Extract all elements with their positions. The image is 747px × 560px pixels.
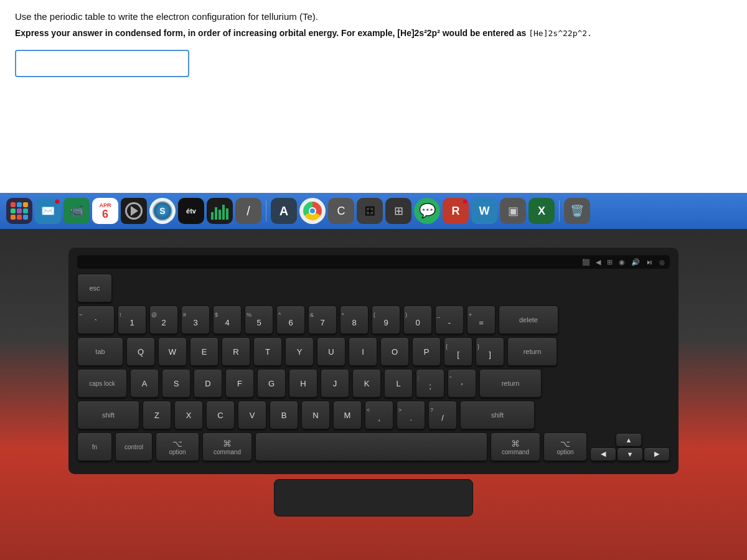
key-quote[interactable]: " ' <box>448 369 476 398</box>
key-caps[interactable]: caps lock <box>77 369 127 398</box>
key-l[interactable]: L <box>384 369 413 398</box>
key-bracket-open[interactable]: { [ <box>444 337 472 366</box>
dock-trash[interactable]: 🗑️ <box>564 198 590 224</box>
key-esc[interactable]: esc <box>77 274 112 302</box>
mail-badge <box>55 199 60 204</box>
key-8[interactable]: * 8 <box>340 306 369 334</box>
dock-app-grid[interactable]: ⊞ <box>385 198 411 224</box>
key-b[interactable]: B <box>270 401 298 429</box>
dock-chrome[interactable] <box>299 198 326 224</box>
dock-pencil[interactable]: / <box>235 198 261 224</box>
key-arrow-down[interactable]: ▼ <box>617 447 643 461</box>
key-arrow-left[interactable]: ◀ <box>590 447 616 461</box>
dock-appletv[interactable]: étv <box>178 198 204 224</box>
dock-app-5[interactable]: ▣ <box>500 198 526 224</box>
key-1[interactable]: ! 1 <box>118 306 146 334</box>
key-v[interactable]: V <box>238 401 266 429</box>
key-row-2: tab Q W E R T Y U I O P { [ } ] return <box>77 337 670 366</box>
key-c[interactable]: C <box>206 401 235 429</box>
key-comma[interactable]: < , <box>365 401 393 429</box>
question-line-1: Use the periodic table to write the elec… <box>15 11 732 22</box>
key-0[interactable]: ) 0 <box>403 306 432 334</box>
dock-quicktime[interactable] <box>121 198 147 224</box>
key-5[interactable]: % 5 <box>245 306 273 334</box>
key-command-right[interactable]: ⌘ command <box>491 432 540 461</box>
key-k[interactable]: K <box>352 369 381 398</box>
key-control[interactable]: control <box>115 432 153 461</box>
key-7[interactable]: & 7 <box>308 306 337 334</box>
key-r[interactable]: R <box>222 337 250 366</box>
key-d[interactable]: D <box>194 369 222 398</box>
key-shift-left[interactable]: shift <box>77 401 139 429</box>
key-t[interactable]: T <box>253 337 282 366</box>
key-x[interactable]: X <box>174 401 203 429</box>
key-w[interactable]: W <box>158 337 187 366</box>
key-6[interactable]: ^ 6 <box>276 306 305 334</box>
trackpad[interactable] <box>274 479 473 516</box>
dock-puzzle[interactable]: ⊞ <box>357 198 383 224</box>
dock-stocks[interactable] <box>207 198 233 224</box>
key-row-1: ~ ` ! 1 @ 2 # 3 $ 4 % 5 <box>77 306 670 334</box>
key-delete[interactable]: delete <box>499 306 558 334</box>
answer-input[interactable] <box>15 50 189 77</box>
dock-separator-1 <box>266 200 266 222</box>
key-z[interactable]: Z <box>143 401 171 429</box>
key-o[interactable]: O <box>380 337 409 366</box>
key-shift-right[interactable]: shift <box>460 401 535 429</box>
arrow-cluster: ▲ ◀ ▼ ▶ <box>590 433 670 461</box>
key-p[interactable]: P <box>412 337 441 366</box>
key-arrow-right[interactable]: ▶ <box>644 447 670 461</box>
key-option-left[interactable]: ⌥ option <box>156 432 199 461</box>
key-slash[interactable]: ? / <box>428 401 457 429</box>
key-u[interactable]: U <box>317 337 345 366</box>
key-equals[interactable]: + = <box>467 306 496 334</box>
dock-launchpad[interactable] <box>6 198 32 224</box>
key-row-5: fn control ⌥ option ⌘ command ⌘ command … <box>77 432 670 461</box>
dock-facetime[interactable]: 📹 <box>63 198 90 224</box>
key-s[interactable]: S <box>162 369 190 398</box>
key-minus[interactable]: _ - <box>435 306 464 334</box>
dock-calendar[interactable]: APR 6 <box>92 198 118 224</box>
touch-bar: ⬛ ◀ ⊞ ◉ 🔊 ⏯ ◎ <box>77 255 670 269</box>
key-q[interactable]: Q <box>126 337 155 366</box>
key-n[interactable]: N <box>301 401 330 429</box>
key-row-3: caps lock A S D F G H J K L : ; " ' retu… <box>77 369 670 398</box>
question-line-2: Express your answer in condensed form, i… <box>15 27 732 40</box>
key-tab[interactable]: tab <box>77 337 123 366</box>
dock-app-a[interactable]: A <box>271 198 297 224</box>
key-backtick[interactable]: ~ ` <box>77 306 115 334</box>
key-m[interactable]: M <box>333 401 362 429</box>
key-command-left[interactable]: ⌘ command <box>202 432 252 461</box>
key-a[interactable]: A <box>130 369 159 398</box>
key-3[interactable]: # 3 <box>181 306 210 334</box>
dock-app-r[interactable]: R <box>443 198 469 224</box>
key-i[interactable]: I <box>349 337 377 366</box>
key-bracket-close[interactable]: } ] <box>476 337 504 366</box>
key-4[interactable]: $ 4 <box>213 306 242 334</box>
dock-separator-2 <box>559 200 560 222</box>
key-f[interactable]: F <box>225 369 254 398</box>
key-y[interactable]: Y <box>285 337 314 366</box>
key-h[interactable]: H <box>289 369 317 398</box>
dock-whatsapp[interactable]: 💬 <box>414 198 440 224</box>
key-g[interactable]: G <box>257 369 286 398</box>
dock-mail[interactable]: ✉️ <box>35 198 61 224</box>
key-return[interactable]: return <box>507 337 557 366</box>
key-9[interactable]: ( 9 <box>372 306 400 334</box>
key-2[interactable]: @ 2 <box>149 306 178 334</box>
dock-safari[interactable]: S <box>149 198 176 224</box>
key-option-right[interactable]: ⌥ option <box>543 432 587 461</box>
screen-area: Use the periodic table to write the elec… <box>0 0 747 193</box>
key-return-2[interactable]: return <box>479 369 542 398</box>
key-arrow-up[interactable]: ▲ <box>616 433 642 447</box>
key-row-0: esc <box>77 274 670 302</box>
key-fn[interactable]: fn <box>77 432 112 461</box>
dock-app-c[interactable]: C <box>328 198 354 224</box>
key-e[interactable]: E <box>190 337 218 366</box>
key-space[interactable] <box>255 432 487 461</box>
dock-excel[interactable]: X <box>529 198 555 224</box>
key-semicolon[interactable]: : ; <box>416 369 444 398</box>
key-period[interactable]: > . <box>397 401 425 429</box>
key-j[interactable]: J <box>321 369 349 398</box>
dock-word[interactable]: W <box>471 198 497 224</box>
